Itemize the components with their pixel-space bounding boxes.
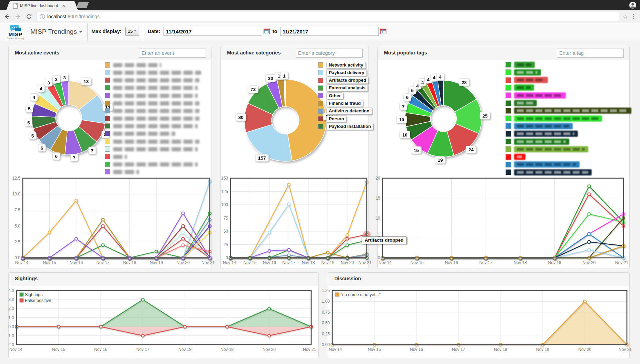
event-legend-item[interactable] bbox=[105, 131, 175, 136]
svg-text:Nov 14: Nov 14 bbox=[223, 260, 236, 265]
panel-header: Most active events bbox=[9, 46, 211, 60]
svg-text:Nov 16: Nov 16 bbox=[94, 347, 107, 352]
tag-legend-item[interactable] bbox=[505, 62, 535, 68]
redacted-tag-pill bbox=[514, 131, 578, 137]
svg-text:7: 7 bbox=[73, 155, 76, 160]
svg-text:4: 4 bbox=[421, 80, 424, 85]
category-legend-item: Network activity bbox=[318, 62, 366, 68]
svg-text:75: 75 bbox=[224, 216, 228, 221]
legend-checkbox-swatch bbox=[505, 162, 511, 168]
tag-legend-item[interactable] bbox=[505, 100, 537, 106]
new-tab-button[interactable] bbox=[76, 2, 89, 8]
sightings-area-chart: SightingsFalse positive4.03.02.01.00.0-1… bbox=[9, 286, 318, 356]
svg-text:7.5: 7.5 bbox=[14, 208, 20, 212]
category-legend-label: Network activity bbox=[326, 62, 366, 69]
tag-legend-item[interactable] bbox=[505, 108, 631, 114]
date-to-input[interactable] bbox=[280, 27, 379, 36]
svg-text:False positive: False positive bbox=[25, 298, 51, 303]
svg-text:25: 25 bbox=[224, 242, 228, 247]
event-legend-item[interactable] bbox=[105, 169, 139, 175]
date-from-input[interactable] bbox=[164, 27, 262, 36]
tab-close-icon[interactable]: × bbox=[62, 3, 65, 8]
event-legend-item[interactable] bbox=[105, 108, 199, 114]
legend-checkbox-swatch bbox=[505, 62, 511, 68]
svg-text:Sightings: Sightings bbox=[25, 292, 42, 297]
tag-legend-item[interactable] bbox=[505, 146, 588, 152]
event-search-input[interactable] bbox=[139, 49, 206, 58]
tag-legend-item[interactable] bbox=[505, 77, 548, 83]
redacted-event-title bbox=[113, 162, 198, 166]
donut-value-label: 7 bbox=[400, 103, 407, 110]
tag-legend-item[interactable] bbox=[505, 162, 580, 168]
donut-value-label: 24 bbox=[466, 146, 476, 153]
legend-color-swatch bbox=[105, 162, 110, 167]
panel-title: Sightings bbox=[15, 276, 38, 281]
tag-legend-item[interactable] bbox=[505, 169, 592, 175]
tag-search-input[interactable] bbox=[557, 49, 624, 58]
calendar-icon[interactable] bbox=[380, 29, 386, 34]
category-legend-label: Antivirus detection bbox=[326, 108, 372, 114]
calendar-icon[interactable] bbox=[264, 29, 270, 34]
legend-checkbox-swatch bbox=[505, 100, 511, 106]
redacted-tag-pill bbox=[514, 115, 602, 122]
tag-legend-item[interactable] bbox=[505, 92, 566, 98]
url-bar[interactable]: ⓘ localhost :8001/trendings bbox=[37, 12, 619, 21]
browser-menu-icon[interactable]: ⋮ bbox=[631, 13, 637, 20]
event-legend-item[interactable] bbox=[105, 154, 127, 160]
donut-value-label: 30 bbox=[265, 74, 276, 82]
redacted-event-title bbox=[113, 78, 199, 82]
donut-value-label: 3 bbox=[45, 79, 52, 86]
donut-value-label: 4 bbox=[30, 93, 38, 101]
tag-legend-item[interactable] bbox=[505, 115, 602, 121]
svg-text:28: 28 bbox=[462, 80, 467, 85]
tag-legend-item[interactable] bbox=[505, 131, 578, 137]
bookmark-star-icon[interactable]: ☆ bbox=[623, 13, 628, 20]
tag-legend-item[interactable] bbox=[505, 123, 573, 129]
events-line-chart: 0.02.55.07.510.012.5Nov 14Nov 15Nov 16No… bbox=[9, 175, 211, 267]
event-legend-item[interactable] bbox=[105, 62, 161, 68]
event-legend-item[interactable] bbox=[105, 115, 199, 121]
tag-legend-item[interactable] bbox=[505, 85, 534, 91]
svg-text:Nov 16: Nov 16 bbox=[410, 347, 423, 352]
svg-text:24: 24 bbox=[469, 147, 474, 152]
event-legend-item[interactable] bbox=[105, 93, 198, 99]
panel-title: Discussion bbox=[334, 276, 361, 281]
tag-legend-item[interactable] bbox=[505, 69, 541, 75]
donut-value-label: 19 bbox=[435, 156, 445, 164]
profile-avatar[interactable] bbox=[629, 1, 637, 9]
svg-text:80: 80 bbox=[238, 115, 244, 120]
redacted-event-title bbox=[113, 101, 199, 105]
svg-text:4: 4 bbox=[433, 75, 435, 80]
svg-text:Nov 17: Nov 17 bbox=[479, 260, 492, 265]
tag-legend-item[interactable] bbox=[505, 154, 525, 160]
event-legend-item[interactable] bbox=[105, 161, 198, 167]
forward-button[interactable] bbox=[14, 12, 22, 21]
svg-text:Nov 16: Nov 16 bbox=[445, 260, 458, 265]
max-display-select[interactable]: 15 bbox=[125, 27, 139, 36]
event-legend-item[interactable] bbox=[105, 77, 199, 83]
categories-donut-area: 326157807330191 Network activityPayload … bbox=[221, 60, 368, 175]
event-legend-item[interactable] bbox=[105, 139, 199, 144]
misp-logo[interactable]: MISP Threat Sharing bbox=[6, 24, 26, 40]
event-legend-item[interactable] bbox=[105, 85, 198, 91]
chart-tooltip: Artifacts dropped bbox=[362, 236, 407, 244]
panel-header: Most active categories bbox=[221, 46, 368, 60]
event-legend-item[interactable] bbox=[105, 146, 198, 152]
legend-color-swatch bbox=[105, 70, 110, 75]
events-donut-area: 13128776655544333 bbox=[9, 60, 211, 175]
back-button[interactable] bbox=[3, 12, 11, 21]
reload-button[interactable] bbox=[25, 12, 33, 21]
browser-tab[interactable]: MISP live dashboard × bbox=[10, 1, 74, 10]
page-info-icon[interactable]: ⓘ bbox=[40, 13, 45, 20]
discussion-area-chart: "no name or id yet..."1.251.000.750.500.… bbox=[328, 286, 629, 356]
event-legend-item[interactable] bbox=[105, 123, 198, 129]
legend-color-swatch bbox=[318, 70, 323, 75]
app-title-dropdown[interactable]: MISP Trendings bbox=[30, 28, 82, 36]
event-legend-item[interactable] bbox=[105, 100, 199, 106]
event-legend-item[interactable] bbox=[105, 70, 201, 75]
tag-legend-item[interactable] bbox=[505, 139, 569, 144]
redacted-tag-pill bbox=[514, 146, 588, 152]
svg-text:19: 19 bbox=[437, 158, 443, 163]
category-search-input[interactable] bbox=[296, 49, 363, 58]
redacted-tag-pill bbox=[514, 62, 535, 68]
